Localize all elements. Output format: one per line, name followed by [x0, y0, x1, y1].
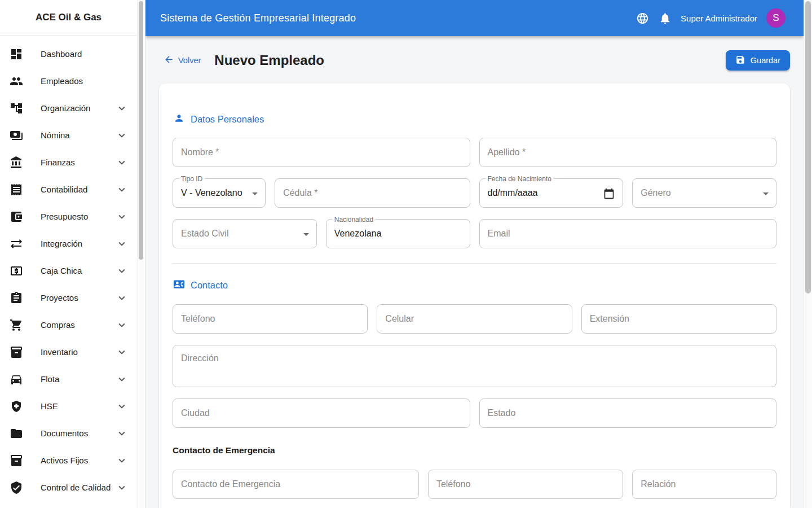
page-scrollbar-thumb[interactable]: [805, 1, 811, 294]
contacto-emergencia-field[interactable]: Contacto de Emergencia: [173, 470, 419, 499]
chevron-down-icon: [116, 129, 128, 142]
globe-icon: [636, 12, 649, 25]
relacion-field[interactable]: Relación: [632, 470, 776, 499]
sidebar-item-label: HSE: [41, 400, 116, 413]
chevron-down-icon: [116, 346, 128, 358]
sidebar-item-activos-fijos[interactable]: Activos Fijos: [0, 447, 145, 474]
inventory-box-icon: [10, 454, 23, 467]
apellido-field[interactable]: Apellido *: [479, 138, 777, 167]
appbar-actions: Super Administrador S: [631, 7, 785, 29]
wallet-icon: [10, 210, 23, 224]
sidebar-item-contabilidad[interactable]: Contabilidad: [0, 176, 145, 203]
section-divider: [173, 263, 776, 264]
inventory-box-icon: [10, 345, 23, 359]
appbar-title: Sistema de Gestión Empresarial Integrado: [160, 12, 631, 24]
folder-icon: [10, 427, 23, 440]
sidebar-item-label: Contabilidad: [41, 183, 116, 196]
cart-icon: [10, 318, 23, 332]
sidebar-item-label: Finanzas: [41, 156, 116, 169]
language-button[interactable]: [631, 7, 654, 29]
chevron-down-icon: [116, 238, 128, 250]
section-title: Contacto: [191, 280, 228, 291]
back-link-label: Volver: [178, 56, 201, 65]
contacto-grid: Teléfono Celular Extensión Dirección Ciu…: [173, 304, 776, 428]
page-scrollbar[interactable]: [804, 0, 812, 508]
sidebar-item-integracion[interactable]: Integración: [0, 230, 145, 257]
email-field[interactable]: Email: [479, 219, 777, 248]
tipo-id-label: Tipo ID: [179, 174, 205, 183]
chevron-down-icon: [116, 373, 128, 386]
chevron-down-icon: [116, 211, 128, 223]
sidebar-scrollbar[interactable]: [137, 0, 144, 508]
avatar[interactable]: S: [766, 8, 785, 28]
shield-plus-icon: [10, 400, 23, 413]
chevron-down-icon: [116, 319, 128, 331]
clipboard-icon: [10, 291, 23, 305]
sidebar: ACE Oil & Gas Dashboard Empleados Organi…: [0, 0, 145, 508]
car-icon: [10, 373, 23, 386]
tipo-id-select[interactable]: Tipo ID V - Venezolano: [173, 178, 266, 208]
sidebar-item-proyectos[interactable]: Proyectos: [0, 284, 145, 312]
nacionalidad-label: Nacionalidad: [332, 215, 376, 224]
sidebar-scrollbar-thumb[interactable]: [139, 1, 143, 260]
sidebar-item-documentos[interactable]: Documentos: [0, 420, 145, 447]
chevron-down-icon: [116, 427, 128, 440]
sidebar-item-inventario[interactable]: Inventario: [0, 339, 145, 366]
notifications-button[interactable]: [654, 7, 676, 29]
sidebar-item-label: Organización: [41, 102, 116, 115]
ciudad-field[interactable]: Ciudad: [173, 398, 470, 428]
sidebar-item-finanzas[interactable]: Finanzas: [0, 149, 145, 176]
sidebar-item-label: Activos Fijos: [41, 454, 116, 467]
nacionalidad-field[interactable]: Nacionalidad Venezolana: [326, 219, 470, 248]
sidebar-item-control-calidad[interactable]: Control de Calidad: [0, 474, 145, 501]
calendar-icon[interactable]: [603, 188, 615, 199]
sidebar-item-compras[interactable]: Compras: [0, 312, 145, 339]
user-name: Super Administrador: [681, 14, 757, 23]
telefono-emergencia-field[interactable]: Teléfono: [428, 470, 623, 499]
sidebar-item-dashboard[interactable]: Dashboard: [0, 41, 145, 68]
dashboard-icon: [10, 47, 23, 61]
estado-field[interactable]: Estado: [479, 398, 777, 428]
section-title: Datos Personales: [191, 114, 264, 125]
shield-check-icon: [10, 481, 23, 494]
employee-form-card: Datos Personales Nombre * Apellido * Tip…: [159, 84, 790, 508]
nombre-field[interactable]: Nombre *: [173, 138, 470, 167]
celular-field[interactable]: Celular: [377, 304, 572, 334]
dropdown-arrow-icon: [759, 187, 773, 200]
telefono-field[interactable]: Teléfono: [173, 304, 368, 334]
chevron-down-icon: [116, 156, 128, 169]
sidebar-item-hse[interactable]: HSE: [0, 393, 145, 420]
sidebar-item-label: Inventario: [41, 345, 116, 359]
sidebar-item-flota[interactable]: Flota: [0, 366, 145, 393]
sidebar-item-label: Control de Calidad: [41, 481, 116, 494]
direccion-field[interactable]: Dirección: [173, 345, 776, 387]
fecha-nacimiento-field[interactable]: Fecha de Nacimiento dd/mm/aaaa: [479, 178, 624, 208]
payments-icon: [10, 129, 23, 142]
cedula-field[interactable]: Cédula *: [275, 178, 470, 208]
cash-box-icon: [10, 264, 23, 278]
chevron-down-icon: [116, 400, 128, 413]
sidebar-item-label: Dashboard: [41, 47, 128, 61]
personal-grid: Nombre * Apellido * Tipo ID V - Venezola…: [173, 138, 776, 248]
page-title: Nuevo Empleado: [214, 52, 324, 68]
sidebar-menu: Dashboard Empleados Organización Nómina …: [0, 36, 145, 501]
sidebar-item-organizacion[interactable]: Organización: [0, 95, 145, 122]
save-button[interactable]: Guardar: [726, 50, 790, 71]
sidebar-item-label: Empleados: [41, 75, 128, 88]
bell-icon: [659, 12, 672, 25]
bank-icon: [10, 156, 23, 169]
genero-select[interactable]: Género: [632, 178, 776, 208]
sidebar-item-caja-chica[interactable]: Caja Chica: [0, 257, 145, 284]
back-link[interactable]: Volver: [164, 54, 201, 67]
extension-field[interactable]: Extensión: [581, 304, 776, 334]
sidebar-item-empleados[interactable]: Empleados: [0, 68, 145, 95]
sidebar-item-presupuesto[interactable]: Presupuesto: [0, 203, 145, 230]
sidebar-item-label: Presupuesto: [41, 210, 116, 224]
section-contacto: Contacto: [174, 279, 775, 292]
chevron-down-icon: [116, 481, 128, 494]
estado-civil-select[interactable]: Estado Civil: [173, 219, 317, 248]
sidebar-item-nomina[interactable]: Nómina: [0, 122, 145, 149]
app-title: ACE Oil & Gas: [0, 0, 145, 36]
person-icon: [174, 113, 184, 126]
page: ACE Oil & Gas Dashboard Empleados Organi…: [0, 0, 812, 508]
